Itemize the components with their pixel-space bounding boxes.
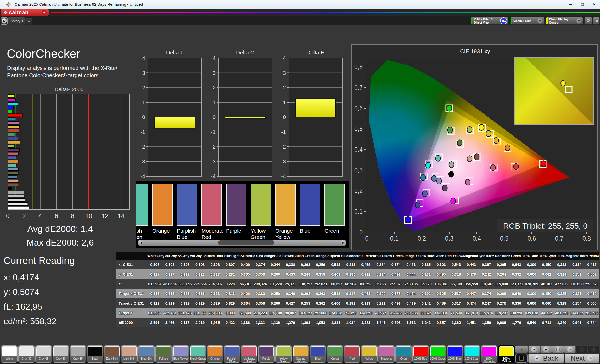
patch-button-foliage[interactable]: Foliage <box>155 345 172 363</box>
patch-label: Blue <box>310 357 326 360</box>
patch-button-bluish-green[interactable]: Bluish Green <box>190 345 206 363</box>
deltae-bar-green <box>8 133 15 136</box>
patch-swatch <box>293 346 308 356</box>
table-cell: 0,313 <box>358 298 373 308</box>
svg-text:0,4: 0,4 <box>473 235 481 242</box>
scroll-right-icon[interactable]: ▶ <box>341 240 346 245</box>
table-cell: 0,327 <box>147 269 162 279</box>
cie-zoom-inset <box>514 58 593 124</box>
patch-button-light-skin[interactable]: Light Skin <box>121 345 138 363</box>
patch-button-orange[interactable]: Orange <box>207 345 223 363</box>
patch-button-moderate-red[interactable]: Moderate Red <box>241 345 257 363</box>
patch-button-red[interactable]: Red <box>344 345 360 363</box>
carousel-patch-orange[interactable]: Orange <box>152 184 173 240</box>
table-cell: 1,241 <box>419 318 434 327</box>
deltae-bar-cyan <box>8 118 16 121</box>
patch-button-cyan[interactable]: Cyan <box>395 345 412 363</box>
patch-button-100-red[interactable]: 100% Red <box>412 345 429 363</box>
table-cell: 0,313 <box>193 289 208 298</box>
stop-button[interactable]: ■ <box>528 346 540 353</box>
carousel-patch-purple[interactable]: Purple <box>226 184 246 240</box>
scrollbar-thumb[interactable] <box>218 240 274 245</box>
patch-button-dark-skin[interactable]: Dark Skin <box>104 345 120 363</box>
current-reading-fl: fL: 162,95 <box>4 302 42 312</box>
loop-infinity-button[interactable]: ∞ <box>564 346 576 353</box>
back-button[interactable]: « Back <box>528 354 564 363</box>
svg-text:-4: -4 <box>211 173 216 179</box>
carousel-patch-purplish-blue[interactable]: Purplish Blue <box>177 184 197 240</box>
carousel-patch-blue[interactable]: Blue <box>300 184 320 240</box>
carousel-scrollbar[interactable]: ◀ ▶ <box>138 240 346 246</box>
table-cell: 0,228 <box>223 279 238 289</box>
minimize-button[interactable]: ─ <box>565 0 576 9</box>
deltae-bar-black <box>8 187 11 190</box>
patch-button-white[interactable]: White <box>1 345 18 363</box>
patch-button-black[interactable]: Black <box>87 345 103 363</box>
patch-button-yellow[interactable]: Yellow <box>361 345 378 363</box>
close-button[interactable]: ✕ <box>588 0 600 9</box>
carousel-patch-green[interactable]: Green <box>324 184 345 240</box>
table-cell: 0,507 <box>584 269 599 279</box>
maximize-button[interactable]: □ <box>576 0 588 9</box>
patch-button-gray-80[interactable]: Gray 80 <box>18 345 35 363</box>
source-dropdown[interactable]: Mobile Forge ▼ <box>510 17 545 25</box>
patch-button-magenta[interactable]: Magenta <box>378 345 395 363</box>
expand-controls-button[interactable]: ▲ <box>515 346 528 353</box>
patch-button-blue-flower[interactable]: Blue Flower <box>172 345 189 363</box>
deltae-bar-gray-80 <box>8 202 28 205</box>
table-column-header: Yellow Green <box>382 252 403 260</box>
table-cell: 0,356 <box>253 269 268 279</box>
display-control-dropdown[interactable]: Direct Display Control ▼ <box>546 17 583 25</box>
sidebar-toggle-button[interactable]: ▶ <box>1 17 8 25</box>
patch-button-100-cyan[interactable]: 100% Cyan <box>464 345 480 363</box>
patch-label: Gray 50 <box>53 357 69 360</box>
patch-button-blue-sky[interactable]: Blue Sky <box>138 345 155 363</box>
patch-button-gray-50[interactable]: Gray 50 <box>53 345 69 363</box>
meter-dropdown-label: X-Rite i1Pro 3Direct View <box>474 18 493 24</box>
patch-button-gray-35[interactable]: Gray 35 <box>70 345 86 363</box>
svg-text:6: 6 <box>55 212 58 219</box>
patch-button-purple[interactable]: Purple <box>258 345 275 363</box>
table-cell: 0,266 <box>268 298 283 308</box>
patch-button-green[interactable]: Green <box>327 345 343 363</box>
tab-history-1[interactable]: History 1 <box>8 17 25 25</box>
carousel-patch-moderate-red[interactable]: Moderate Red <box>201 184 222 240</box>
patch-button-100-magenta[interactable]: 100% Magenta <box>481 345 497 363</box>
patch-button-orange-yellow[interactable]: Orange Yellow <box>293 345 309 363</box>
next-button[interactable]: Next » <box>565 354 599 363</box>
scroll-left-icon[interactable]: ◀ <box>138 240 143 245</box>
svg-text:4: 4 <box>212 55 216 61</box>
meter-status-stripe <box>471 17 472 24</box>
carousel-patch-orange-yellow[interactable]: Orange Yellow <box>275 184 296 240</box>
table-cell: 0,362 <box>313 298 328 308</box>
calman-menu-button[interactable]: ❖ calman ▼ <box>1 9 49 16</box>
pattern-window-button[interactable] <box>515 354 528 363</box>
svg-text:3: 3 <box>142 70 145 76</box>
patch-button-yellow-green[interactable]: Yellow Green <box>275 345 292 363</box>
table-cell: 0,406 <box>328 298 343 308</box>
patch-button-100-green[interactable]: 100% Green <box>430 345 446 363</box>
patch-button-100-blue[interactable]: 100% Blue <box>447 345 463 363</box>
play-button[interactable]: ▶ <box>540 346 552 353</box>
add-tab-button[interactable]: + <box>25 18 32 25</box>
table-cell: 0,250 <box>268 289 283 298</box>
carousel-patch-bluish-green[interactable]: Bluish Green <box>136 184 148 240</box>
table-cell: 295,664 <box>193 279 208 289</box>
loop-infinity-icon: ∞ <box>567 346 573 352</box>
step-button[interactable]: [‥] <box>552 346 564 353</box>
deltae-bar-100-cyan <box>8 102 18 105</box>
deltae-bar-yellow <box>8 126 20 128</box>
carousel-patch-yellow-green[interactable]: Yellow Green <box>251 184 271 240</box>
chevron-down-icon: ▼ <box>576 18 581 24</box>
table-cell: 0,943 <box>569 318 585 327</box>
patch-button-100-yellow[interactable]: 100% Yellow <box>498 345 515 363</box>
collapse-panel-button[interactable]: ◀ <box>593 17 600 25</box>
table-column-header: Gray 80 <box>156 252 169 260</box>
patch-button-blue[interactable]: Blue <box>310 345 326 363</box>
table-cell: 44,315 <box>539 308 554 318</box>
patch-button-purplish-blue[interactable]: Purplish Blue <box>224 345 240 363</box>
settings-button[interactable]: ⚙ <box>584 17 592 25</box>
patch-button-gray-65[interactable]: Gray 65 <box>35 345 52 363</box>
svg-text:2: 2 <box>283 84 286 90</box>
table-cell: 0,314 <box>569 260 585 269</box>
